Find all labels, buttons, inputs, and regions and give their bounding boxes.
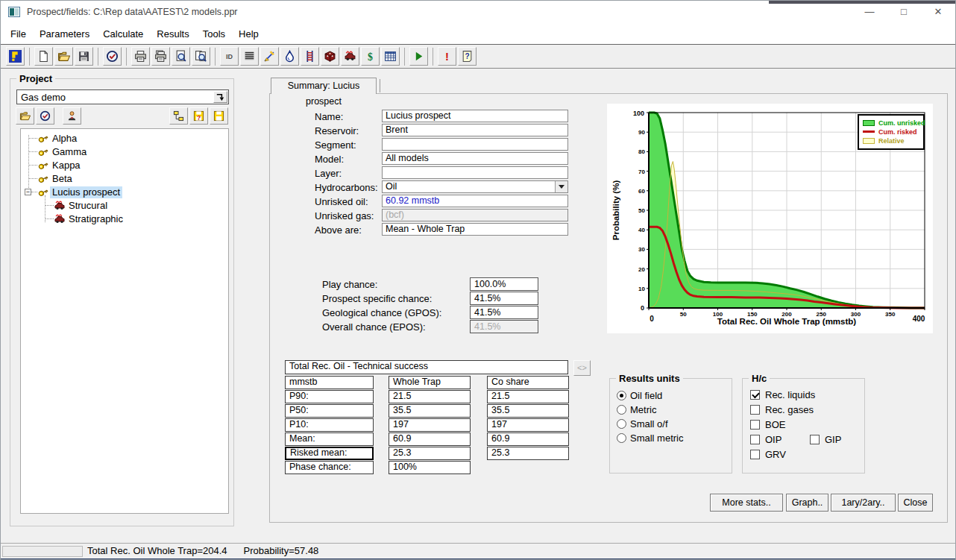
minimize-icon[interactable]: — bbox=[852, 1, 887, 23]
field-input-hydrocarbons[interactable]: Oil bbox=[382, 180, 568, 193]
radio-small-o-f[interactable]: Small o/f bbox=[617, 418, 668, 430]
preview-icon bbox=[174, 50, 187, 63]
print-all-button[interactable] bbox=[151, 47, 170, 66]
menu-tools[interactable]: Tools bbox=[196, 25, 232, 43]
tab-summary[interactable]: Summary: Lucius prospect bbox=[271, 78, 377, 94]
open-file-button[interactable] bbox=[54, 47, 73, 66]
checkbox-icon bbox=[750, 420, 760, 430]
checkbox-oip[interactable]: OIP bbox=[750, 434, 782, 445]
field-input-unriskedoil[interactable]: 60.92 mmstb bbox=[382, 195, 568, 207]
save-file-button[interactable] bbox=[75, 47, 93, 66]
table-expander-button[interactable]: <> bbox=[573, 360, 591, 376]
alert-button[interactable] bbox=[438, 47, 456, 66]
radio-small-metric[interactable]: Small metric bbox=[617, 432, 684, 444]
field-input-model[interactable]: All models bbox=[382, 152, 568, 165]
id-button[interactable] bbox=[220, 47, 239, 66]
data-table-button[interactable] bbox=[240, 47, 259, 66]
edit-inputs-button[interactable] bbox=[260, 47, 279, 66]
chance-value-field[interactable]: 41.5% bbox=[470, 320, 538, 333]
economics-button[interactable] bbox=[361, 47, 380, 66]
new-file-button[interactable] bbox=[34, 47, 53, 66]
tree-structure-button[interactable] bbox=[169, 107, 188, 125]
tree-item-label[interactable]: Beta bbox=[50, 173, 75, 185]
print-preview-button[interactable] bbox=[172, 47, 190, 66]
combobox-drop-button[interactable] bbox=[213, 91, 227, 103]
table-cell-co-share[interactable]: 35.5 bbox=[487, 404, 569, 418]
chance-value-field[interactable]: 41.5% bbox=[470, 292, 538, 305]
table-cell-whole-trap[interactable]: 60.9 bbox=[389, 432, 471, 446]
tree-item-label[interactable]: Alpha bbox=[50, 133, 79, 145]
checkbox-gip[interactable]: GIP bbox=[810, 434, 841, 445]
table-cell-whole-trap[interactable]: 197 bbox=[389, 418, 471, 432]
spreadsheet-button[interactable] bbox=[381, 47, 400, 66]
table-cell-co-share[interactable]: 60.9 bbox=[487, 432, 569, 446]
field-input-unriskedgas[interactable]: (bcf) bbox=[382, 209, 568, 221]
tree-item-lucius-prospect[interactable]: −Lucius prospect bbox=[21, 186, 228, 199]
graph-button[interactable]: Graph.. bbox=[786, 494, 828, 512]
title-bar[interactable]: Prospect/fields: C:\Rep data\AATEST\2 mo… bbox=[1, 1, 955, 23]
field-input-reservoir[interactable]: Brent bbox=[382, 124, 568, 136]
open-project-button[interactable] bbox=[16, 107, 34, 125]
menu-results[interactable]: Results bbox=[150, 25, 195, 43]
field-input-name[interactable]: Lucius prospect bbox=[382, 110, 568, 122]
close-icon[interactable]: ✕ bbox=[921, 1, 955, 23]
tree-item-label[interactable]: Strucural bbox=[66, 200, 110, 212]
field-input-layer[interactable] bbox=[382, 166, 568, 179]
menu-parameters[interactable]: Parameters bbox=[33, 25, 96, 43]
field-input-aboveare[interactable]: Mean - Whole Trap bbox=[382, 223, 568, 236]
menu-help[interactable]: Help bbox=[232, 25, 265, 43]
tree-item-alpha[interactable]: Alpha bbox=[21, 132, 228, 145]
dropdown-button[interactable] bbox=[555, 181, 567, 192]
fluids-button[interactable] bbox=[280, 47, 299, 66]
tree-item-label[interactable]: Kappa bbox=[50, 160, 83, 172]
chart-legend: Cum. unriskedCum. riskedRelative bbox=[858, 114, 925, 150]
save-project-button[interactable] bbox=[210, 107, 228, 125]
checkbox-boe[interactable]: BOE bbox=[750, 419, 785, 430]
tree-item-label[interactable]: Gamma bbox=[50, 146, 89, 158]
radio-oil-field[interactable]: Oil field bbox=[617, 390, 662, 401]
table-cell-whole-trap[interactable]: 25.3 bbox=[389, 447, 471, 460]
help-button[interactable] bbox=[458, 47, 477, 66]
more-stats-button[interactable]: More stats.. bbox=[710, 494, 783, 512]
checkbox-rec--gases[interactable]: Rec. gases bbox=[750, 404, 814, 415]
tree-collapse-button[interactable]: − bbox=[25, 189, 31, 195]
1ary-2ary-button[interactable]: 1ary/2ary.. bbox=[831, 494, 896, 512]
field-input-segment[interactable] bbox=[382, 138, 568, 151]
print-button[interactable] bbox=[131, 47, 150, 66]
tree-connector bbox=[31, 192, 37, 192]
checkbox-rec--liquids[interactable]: Rec. liquids bbox=[750, 389, 815, 400]
save-as-query-button[interactable] bbox=[189, 107, 208, 125]
project-combobox[interactable]: Gas demo bbox=[16, 89, 229, 104]
tree-item-strucural[interactable]: Strucural bbox=[21, 199, 228, 213]
chance-value-field[interactable]: 41.5% bbox=[470, 306, 538, 319]
tree-item-label[interactable]: Stratigraphic bbox=[66, 213, 125, 225]
radio-metric[interactable]: Metric bbox=[617, 404, 656, 415]
maximize-icon[interactable]: □ bbox=[887, 1, 921, 23]
table-cell-co-share[interactable]: 21.5 bbox=[487, 390, 569, 403]
tree-item-label[interactable]: Lucius prospect bbox=[50, 186, 122, 198]
monte-carlo-button[interactable] bbox=[321, 47, 339, 66]
key-icon bbox=[37, 186, 49, 198]
tree-item-kappa[interactable]: Kappa bbox=[21, 159, 228, 172]
risk-button[interactable] bbox=[301, 47, 319, 66]
table-cell-whole-trap[interactable]: 100% bbox=[389, 461, 471, 474]
table-cell-whole-trap[interactable]: 21.5 bbox=[389, 390, 471, 403]
checkbox-grv[interactable]: GRV bbox=[750, 449, 786, 460]
table-cell-co-share[interactable]: 25.3 bbox=[487, 447, 569, 460]
menu-file[interactable]: File bbox=[4, 25, 33, 43]
tree-item-gamma[interactable]: Gamma bbox=[21, 145, 228, 159]
run-calculation-button[interactable] bbox=[409, 47, 428, 66]
menu-calculate[interactable]: Calculate bbox=[96, 25, 150, 43]
table-cell-co-share[interactable]: 197 bbox=[487, 418, 569, 432]
engineering-button[interactable] bbox=[341, 47, 359, 66]
table-cell-whole-trap[interactable]: 35.5 bbox=[389, 404, 471, 418]
validate-button[interactable] bbox=[103, 47, 122, 66]
close-button[interactable]: Close bbox=[898, 494, 933, 512]
tree-item-stratigraphic[interactable]: Stratigraphic bbox=[21, 213, 228, 226]
tree-item-beta[interactable]: Beta bbox=[21, 172, 228, 186]
user-button[interactable] bbox=[63, 107, 81, 125]
print-preview-all-button[interactable] bbox=[192, 47, 210, 66]
chance-value-field[interactable]: 100.0% bbox=[470, 277, 538, 291]
app-logo-button[interactable] bbox=[6, 47, 25, 66]
validate-project-button[interactable] bbox=[36, 107, 54, 125]
